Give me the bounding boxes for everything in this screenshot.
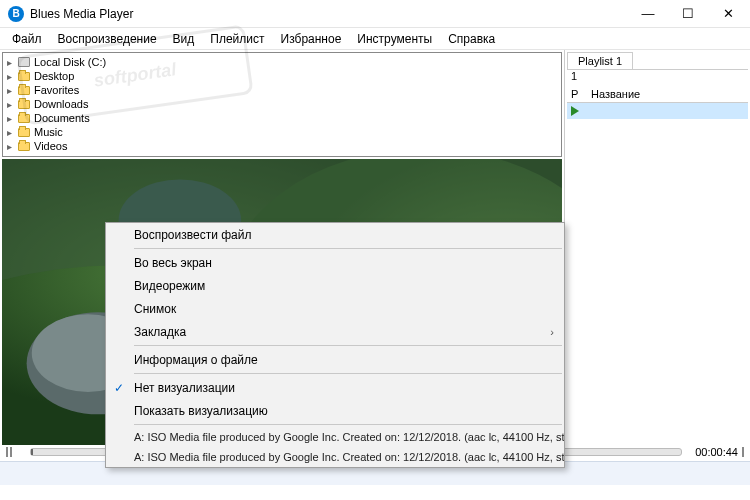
ctx-snapshot[interactable]: Снимок [106, 297, 564, 320]
app-title: Blues Media Player [30, 7, 628, 21]
seek-marks-left [6, 447, 26, 457]
playlist-count: 1 [565, 70, 750, 82]
playlist-tab[interactable]: Playlist 1 [567, 52, 633, 69]
ctx-stream-info: A: ISO Media file produced by Google Inc… [106, 427, 564, 447]
ctx-no-visualization[interactable]: ✓Нет визуализации [106, 376, 564, 399]
tree-label: Downloads [34, 98, 88, 110]
menu-help[interactable]: Справка [440, 30, 503, 48]
seek-mark-right [742, 447, 744, 457]
ctx-play-file[interactable]: Воспроизвести файл [106, 223, 564, 246]
ctx-show-visualization[interactable]: Показать визуализацию [106, 399, 564, 422]
titlebar: B Blues Media Player — ☐ ✕ [0, 0, 750, 28]
ctx-fullscreen[interactable]: Во весь экран [106, 251, 564, 274]
tree-label: Music [34, 126, 63, 138]
context-menu: Воспроизвести файл Во весь экран Видеоре… [105, 222, 565, 468]
menu-playlist[interactable]: Плейлист [202, 30, 272, 48]
menu-tools[interactable]: Инструменты [349, 30, 440, 48]
col-name: Название [591, 88, 640, 100]
tree-label: Documents [34, 112, 90, 124]
time-total: 00:00:44 [686, 446, 738, 458]
playlist-row[interactable] [567, 103, 748, 119]
tree-item-folder[interactable]: ▸Desktop [7, 69, 557, 83]
tree-item-folder[interactable]: ▸Music [7, 125, 557, 139]
ctx-video-mode[interactable]: Видеорежим [106, 274, 564, 297]
tree-item-folder[interactable]: ▸Videos [7, 139, 557, 153]
playlist-tabs: Playlist 1 [567, 52, 748, 70]
check-icon: ✓ [114, 381, 124, 395]
ctx-bookmark[interactable]: Закладка› [106, 320, 564, 343]
ctx-separator [134, 345, 562, 346]
ctx-file-info[interactable]: Информация о файле [106, 348, 564, 371]
tree-item-folder[interactable]: ▸Favorites [7, 83, 557, 97]
file-tree[interactable]: ▸Local Disk (C:) ▸Desktop ▸Favorites ▸Do… [2, 52, 562, 157]
tree-label: Videos [34, 140, 67, 152]
ctx-separator [134, 248, 562, 249]
menu-file[interactable]: Файл [4, 30, 50, 48]
minimize-button[interactable]: — [628, 1, 668, 27]
tree-label: Local Disk (C:) [34, 56, 106, 68]
tree-label: Favorites [34, 84, 79, 96]
col-playing: P [571, 88, 591, 100]
tree-item-folder[interactable]: ▸Downloads [7, 97, 557, 111]
tree-label: Desktop [34, 70, 74, 82]
menu-playback[interactable]: Воспроизведение [50, 30, 165, 48]
maximize-button[interactable]: ☐ [668, 1, 708, 27]
ctx-separator [134, 373, 562, 374]
menubar: Файл Воспроизведение Вид Плейлист Избран… [0, 28, 750, 50]
submenu-arrow-icon: › [550, 326, 554, 338]
tree-item-drive[interactable]: ▸Local Disk (C:) [7, 55, 557, 69]
menu-view[interactable]: Вид [165, 30, 203, 48]
menu-favorites[interactable]: Избранное [273, 30, 350, 48]
close-button[interactable]: ✕ [708, 1, 748, 27]
play-indicator-icon [571, 106, 579, 116]
playlist-header: P Название [567, 86, 748, 103]
app-icon: B [8, 6, 24, 22]
ctx-stream-info: A: ISO Media file produced by Google Inc… [106, 447, 564, 467]
ctx-separator [134, 424, 562, 425]
tree-item-folder[interactable]: ▸Documents [7, 111, 557, 125]
